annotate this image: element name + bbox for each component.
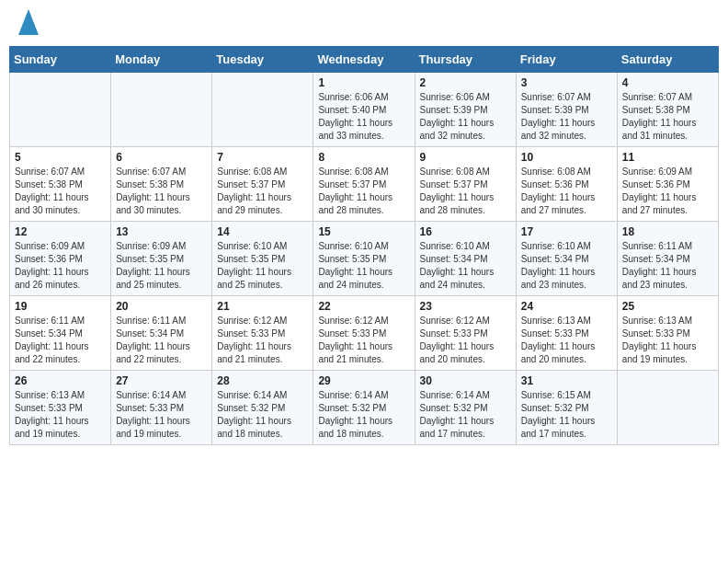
daylight: Daylight: 11 hours and 29 minutes.: [217, 192, 291, 215]
sunrise: Sunrise: 6:14 AM: [217, 390, 287, 400]
col-header-saturday: Saturday: [617, 47, 718, 73]
sunset: Sunset: 5:35 PM: [116, 254, 184, 264]
day-cell: 21Sunrise: 6:12 AMSunset: 5:33 PMDayligh…: [212, 296, 313, 371]
day-number: 24: [521, 300, 612, 313]
day-number: 23: [420, 300, 511, 313]
day-number: 4: [622, 76, 713, 89]
day-cell: 29Sunrise: 6:14 AMSunset: 5:32 PMDayligh…: [313, 371, 415, 445]
sunrise: Sunrise: 6:15 AM: [521, 390, 591, 400]
day-cell: 10Sunrise: 6:08 AMSunset: 5:36 PMDayligh…: [516, 147, 617, 222]
sunset: Sunset: 5:34 PM: [420, 254, 488, 264]
day-cell: 18Sunrise: 6:11 AMSunset: 5:34 PMDayligh…: [617, 222, 718, 296]
day-number: 16: [420, 225, 511, 238]
svg-marker-0: [18, 9, 39, 35]
day-number: 25: [622, 300, 713, 313]
daylight: Daylight: 11 hours and 22 minutes.: [116, 341, 190, 364]
sunrise: Sunrise: 6:08 AM: [420, 167, 490, 177]
day-cell: 24Sunrise: 6:13 AMSunset: 5:33 PMDayligh…: [516, 296, 617, 371]
day-number: 22: [318, 300, 409, 313]
day-cell: 22Sunrise: 6:12 AMSunset: 5:33 PMDayligh…: [313, 296, 415, 371]
sunrise: Sunrise: 6:08 AM: [318, 167, 388, 177]
day-cell: 30Sunrise: 6:14 AMSunset: 5:32 PMDayligh…: [415, 371, 516, 445]
sunrise: Sunrise: 6:12 AM: [217, 316, 287, 326]
sunset: Sunset: 5:33 PM: [116, 403, 184, 413]
sunrise: Sunrise: 6:06 AM: [318, 92, 388, 102]
col-header-tuesday: Tuesday: [212, 47, 313, 73]
day-cell: 20Sunrise: 6:11 AMSunset: 5:34 PMDayligh…: [111, 296, 212, 371]
sunset: Sunset: 5:34 PM: [622, 254, 690, 264]
day-cell: 7Sunrise: 6:08 AMSunset: 5:37 PMDaylight…: [212, 147, 313, 222]
daylight: Daylight: 11 hours and 21 minutes.: [217, 341, 291, 364]
sunrise: Sunrise: 6:14 AM: [420, 390, 490, 400]
day-number: 31: [521, 374, 612, 387]
sunset: Sunset: 5:34 PM: [521, 254, 589, 264]
sunrise: Sunrise: 6:12 AM: [420, 316, 490, 326]
sunset: Sunset: 5:32 PM: [521, 403, 589, 413]
calendar-table: SundayMondayTuesdayWednesdayThursdayFrid…: [9, 46, 719, 445]
day-number: 1: [318, 76, 409, 89]
day-cell: [212, 73, 313, 147]
sunrise: Sunrise: 6:08 AM: [217, 167, 287, 177]
day-number: 27: [116, 374, 207, 387]
sunset: Sunset: 5:34 PM: [116, 328, 184, 339]
sunrise: Sunrise: 6:08 AM: [521, 167, 591, 177]
daylight: Daylight: 11 hours and 18 minutes.: [217, 416, 291, 439]
day-cell: 14Sunrise: 6:10 AMSunset: 5:35 PMDayligh…: [212, 222, 313, 296]
daylight: Daylight: 11 hours and 17 minutes.: [521, 416, 596, 439]
sunrise: Sunrise: 6:10 AM: [217, 241, 287, 251]
sunset: Sunset: 5:36 PM: [622, 179, 690, 190]
sunset: Sunset: 5:38 PM: [622, 105, 690, 115]
col-header-wednesday: Wednesday: [313, 47, 415, 73]
day-number: 7: [217, 151, 308, 164]
day-cell: 8Sunrise: 6:08 AMSunset: 5:37 PMDaylight…: [313, 147, 415, 222]
daylight: Daylight: 11 hours and 20 minutes.: [420, 341, 495, 364]
day-cell: 6Sunrise: 6:07 AMSunset: 5:38 PMDaylight…: [111, 147, 212, 222]
week-row-4: 19Sunrise: 6:11 AMSunset: 5:34 PMDayligh…: [10, 296, 719, 371]
day-number: 3: [521, 76, 612, 89]
week-row-2: 5Sunrise: 6:07 AMSunset: 5:38 PMDaylight…: [10, 147, 719, 222]
day-cell: 4Sunrise: 6:07 AMSunset: 5:38 PMDaylight…: [617, 73, 718, 147]
day-cell: 23Sunrise: 6:12 AMSunset: 5:33 PMDayligh…: [415, 296, 516, 371]
sunrise: Sunrise: 6:07 AM: [521, 92, 591, 102]
day-cell: 3Sunrise: 6:07 AMSunset: 5:39 PMDaylight…: [516, 73, 617, 147]
day-cell: 9Sunrise: 6:08 AMSunset: 5:37 PMDaylight…: [415, 147, 516, 222]
day-cell: 19Sunrise: 6:11 AMSunset: 5:34 PMDayligh…: [10, 296, 111, 371]
day-cell: 27Sunrise: 6:14 AMSunset: 5:33 PMDayligh…: [111, 371, 212, 445]
sunrise: Sunrise: 6:11 AM: [15, 316, 85, 326]
sunset: Sunset: 5:33 PM: [420, 328, 488, 339]
sunset: Sunset: 5:37 PM: [420, 179, 488, 190]
sunset: Sunset: 5:32 PM: [217, 403, 285, 413]
sunrise: Sunrise: 6:10 AM: [318, 241, 388, 251]
day-cell: 26Sunrise: 6:13 AMSunset: 5:33 PMDayligh…: [10, 371, 111, 445]
sunrise: Sunrise: 6:10 AM: [521, 241, 591, 251]
day-number: 17: [521, 225, 612, 238]
sunset: Sunset: 5:35 PM: [217, 254, 285, 264]
daylight: Daylight: 11 hours and 19 minutes.: [116, 416, 190, 439]
daylight: Daylight: 11 hours and 26 minutes.: [15, 267, 89, 290]
sunrise: Sunrise: 6:09 AM: [622, 167, 692, 177]
daylight: Daylight: 11 hours and 25 minutes.: [116, 267, 190, 290]
daylight: Daylight: 11 hours and 18 minutes.: [318, 416, 392, 439]
sunrise: Sunrise: 6:10 AM: [420, 241, 490, 251]
day-number: 8: [318, 151, 409, 164]
day-cell: 1Sunrise: 6:06 AMSunset: 5:40 PMDaylight…: [313, 73, 415, 147]
day-cell: 16Sunrise: 6:10 AMSunset: 5:34 PMDayligh…: [415, 222, 516, 296]
daylight: Daylight: 11 hours and 19 minutes.: [622, 341, 697, 364]
sunset: Sunset: 5:33 PM: [318, 328, 386, 339]
daylight: Daylight: 11 hours and 27 minutes.: [622, 192, 697, 215]
day-cell: [111, 73, 212, 147]
daylight: Daylight: 11 hours and 22 minutes.: [15, 341, 89, 364]
col-header-friday: Friday: [516, 47, 617, 73]
daylight: Daylight: 11 hours and 21 minutes.: [318, 341, 392, 364]
day-cell: 31Sunrise: 6:15 AMSunset: 5:32 PMDayligh…: [516, 371, 617, 445]
day-number: 18: [622, 225, 713, 238]
week-row-1: 1Sunrise: 6:06 AMSunset: 5:40 PMDaylight…: [10, 73, 719, 147]
day-number: 12: [15, 225, 106, 238]
sunset: Sunset: 5:38 PM: [15, 179, 83, 190]
day-cell: 17Sunrise: 6:10 AMSunset: 5:34 PMDayligh…: [516, 222, 617, 296]
sunrise: Sunrise: 6:12 AM: [318, 316, 388, 326]
day-number: 21: [217, 300, 308, 313]
sunrise: Sunrise: 6:11 AM: [116, 316, 186, 326]
sunrise: Sunrise: 6:14 AM: [318, 390, 388, 400]
daylight: Daylight: 11 hours and 23 minutes.: [521, 267, 596, 290]
